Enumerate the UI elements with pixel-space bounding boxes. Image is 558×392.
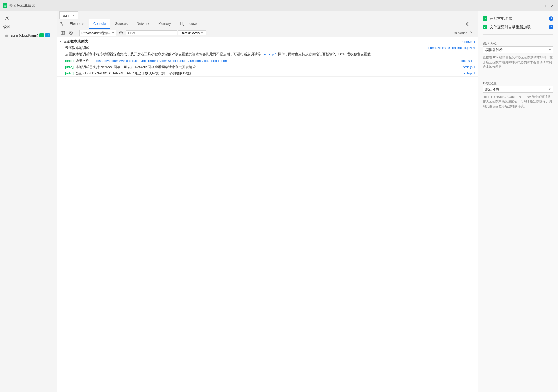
app-icon: 云 — [3, 3, 7, 8]
svg-point-12 — [471, 32, 472, 33]
svg-text:云: 云 — [4, 4, 7, 7]
tab-elements[interactable]: Elements — [65, 19, 89, 29]
group-title: 云函数本地调试 — [63, 39, 88, 44]
env-desc: cloud.DYNAMIC_CURRENT_ENV 选中的环境将作为云函数中该变… — [483, 94, 553, 109]
toggle-sidebar-button[interactable] — [59, 29, 66, 36]
env-label: 环境变量 — [483, 81, 553, 86]
main-layout: 设置 sum (cloud/sum) L C sum ✕ — [0, 11, 558, 392]
env-select-wrapper: 默认环境 — [483, 86, 553, 93]
right-panel: ✓ 开启本地调试 ? ✓ 文件变更时自动重新加载 ? 请求方式 模拟器触发 直接… — [478, 11, 558, 392]
maximize-button[interactable]: □ — [541, 3, 547, 9]
local-debug-row: ✓ 开启本地调试 ? — [483, 16, 553, 21]
console-content: ▼ 云函数本地调试 node.js:1 云函数本地调试 internal/con… — [57, 37, 478, 392]
console-line-5: [info] 当前 cloud.DYNAMIC_CURRENT_ENV 相当于默… — [57, 70, 478, 77]
svg-rect-4 — [62, 24, 63, 26]
group-triangle: ▼ — [59, 40, 62, 43]
console-line-1-text: 云函数本地调试 — [65, 45, 426, 50]
clear-console-button[interactable] — [67, 29, 74, 36]
svg-rect-3 — [60, 22, 62, 24]
info-tag-1: [info] — [65, 59, 74, 62]
close-button[interactable]: ✕ — [549, 3, 555, 9]
tab-row: Elements Console Sources Network Memory … — [57, 19, 478, 29]
env-select[interactable]: 默认环境 — [483, 86, 553, 93]
levels-arrow: ▼ — [201, 31, 203, 34]
hidden-settings-button[interactable] — [468, 29, 475, 36]
tab-console[interactable]: Console — [89, 19, 110, 29]
console-prompt[interactable]: › — [57, 77, 478, 82]
badge-blue: C — [45, 33, 50, 37]
divider-1 — [483, 34, 553, 35]
console-line-2-inline-link[interactable]: node.js:1 — [264, 52, 277, 56]
tab-close-button[interactable]: ✕ — [72, 14, 75, 17]
sidebar-item-label: sum (cloud/sum) — [11, 33, 38, 37]
svg-rect-7 — [62, 31, 65, 34]
console-line-2: 云函数本地调试和小程序模拟器深度集成，从开发者工具小程序发起的对该云函数的请求均… — [57, 51, 478, 58]
info-tag-2: [info] — [65, 65, 74, 69]
divider-2 — [483, 74, 553, 74]
tab-header: sum ✕ — [57, 11, 478, 19]
tab-memory[interactable]: Memory — [154, 19, 175, 29]
tab-sources[interactable]: Sources — [110, 19, 132, 29]
path-display[interactable]: D:\Wechatdev\微信... ▼ — [79, 30, 116, 36]
console-group-header[interactable]: ▼ 云函数本地调试 node.js:1 — [57, 38, 478, 45]
tab-title[interactable]: sum ✕ — [59, 11, 78, 19]
console-line-5-text: [info] 当前 cloud.DYNAMIC_CURRENT_ENV 相当于默… — [65, 71, 460, 76]
eye-button[interactable] — [118, 29, 124, 36]
auto-reload-help[interactable]: ? — [549, 25, 553, 29]
path-dropdown-arrow: ▼ — [112, 31, 114, 34]
svg-point-11 — [120, 32, 122, 33]
title-bar-controls: — □ ✕ — [533, 3, 555, 9]
console-line-3-text: [info] 详细文档： https://developers.weixin.q… — [65, 58, 457, 63]
sidebar-item-sum[interactable]: sum (cloud/sum) L C — [2, 31, 55, 39]
toolbar-separator-1 — [77, 31, 77, 35]
gear-button[interactable] — [2, 14, 11, 23]
devtools-settings-button[interactable] — [464, 21, 471, 27]
local-debug-checkbox[interactable]: ✓ — [483, 16, 487, 21]
levels-button[interactable]: Default levels ▼ — [178, 30, 206, 35]
hidden-count-area: 30 hidden — [454, 29, 475, 36]
request-section: 请求方式 模拟器触发 直接在 IDE 模拟器触发对该云函数的请求即可，在开启云函… — [483, 39, 553, 69]
devtools-more-button[interactable]: ⋮ — [471, 21, 478, 27]
console-line-4: [info] 本地调试已支持 Network 面板，可以在 Network 面板… — [57, 64, 478, 70]
info-tag-3: [info] — [65, 72, 74, 75]
title-bar: 云 云函数本地调试 — □ ✕ — [0, 0, 558, 11]
console-url-link[interactable]: https://developers.weixin.qq.com/minipro… — [94, 59, 227, 62]
group-file-link[interactable]: node.js:1 — [462, 40, 475, 43]
auto-reload-label: 文件变更时自动重新加载 — [490, 25, 547, 30]
env-section: 环境变量 默认环境 cloud.DYNAMIC_CURRENT_ENV 选中的环… — [483, 79, 553, 109]
console-line-4-link[interactable]: node.js:1 — [462, 65, 475, 70]
devtools-panel: sum ✕ Elements Console Sources Network M… — [57, 11, 478, 392]
minimize-button[interactable]: — — [533, 3, 539, 9]
console-toolbar: D:\Wechatdev\微信... ▼ Default levels ▼ 30… — [57, 29, 478, 37]
request-select-wrapper: 模拟器触发 — [483, 46, 553, 53]
path-text: D:\Wechatdev\微信... — [81, 31, 111, 35]
hidden-count-text: 30 hidden — [454, 31, 467, 35]
local-debug-help[interactable]: ? — [549, 16, 553, 21]
auto-reload-row: ✓ 文件变更时自动重新加载 ? — [483, 25, 553, 30]
auto-reload-checkbox[interactable]: ✓ — [483, 25, 487, 29]
tab-bar: Elements Console Sources Network Memory … — [57, 19, 478, 29]
console-line-1-link[interactable]: internal/console/constructor.js:404 — [428, 45, 475, 50]
svg-line-9 — [70, 32, 72, 34]
title-bar-text: 云函数本地调试 — [9, 3, 35, 8]
console-line-5-link[interactable]: node.js:1 — [462, 71, 475, 76]
console-line-3: [info] 详细文档： https://developers.weixin.q… — [57, 58, 478, 64]
request-label: 请求方式 — [483, 41, 553, 46]
console-line-1: 云函数本地调试 internal/console/constructor.js:… — [57, 45, 478, 51]
console-line-4-text: [info] 本地调试已支持 Network 面板，可以在 Network 面板… — [65, 65, 460, 70]
tab-network[interactable]: Network — [132, 19, 154, 29]
levels-label: Default levels — [181, 31, 200, 35]
filter-input[interactable] — [126, 30, 177, 35]
local-debug-label: 开启本地调试 — [490, 16, 547, 21]
tab-title-text: sum — [63, 13, 70, 17]
badge-green: L — [39, 33, 44, 37]
request-desc: 直接在 IDE 模拟器触发对该云函数的请求即可，在开启云函数本地调试时模拟器的请… — [483, 55, 553, 69]
svg-point-2 — [6, 17, 8, 19]
request-select[interactable]: 模拟器触发 — [483, 46, 553, 53]
inspect-element-button[interactable] — [58, 21, 65, 27]
left-sidebar: 设置 sum (cloud/sum) L C — [0, 11, 57, 392]
console-line-3-link2[interactable]: l — [475, 58, 475, 63]
console-line-2-text: 云函数本地调试和小程序模拟器深度集成，从开发者工具小程序发起的对该云函数的请求均… — [65, 52, 475, 57]
tab-lighthouse[interactable]: Lighthouse — [175, 19, 201, 29]
console-line-3-link1[interactable]: node.js:1 — [460, 58, 472, 63]
